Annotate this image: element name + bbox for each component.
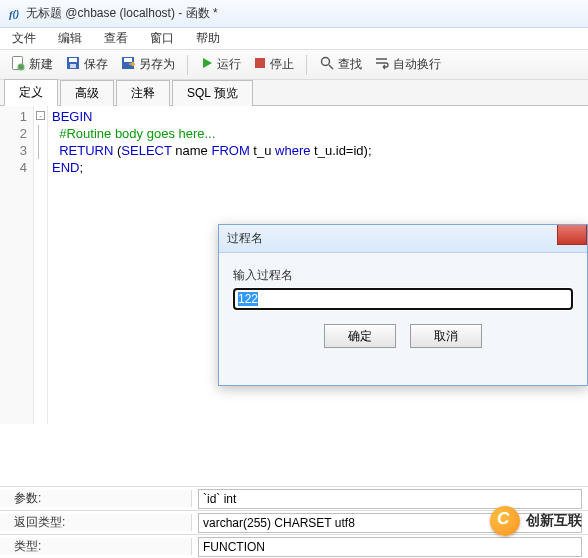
toolbar-separator <box>306 55 307 75</box>
saveas-button[interactable]: 另存为 <box>116 53 179 76</box>
save-icon <box>65 55 81 74</box>
new-icon <box>10 55 26 74</box>
app-icon: f() <box>6 6 22 22</box>
watermark: 创新互联 <box>490 506 582 536</box>
find-button[interactable]: 查找 <box>315 53 366 76</box>
wrap-icon <box>374 55 390 74</box>
window-title: 无标题 @chbase (localhost) - 函数 * <box>26 5 218 22</box>
procedure-name-dialog: 过程名 输入过程名 确定 取消 <box>218 224 588 386</box>
tab-strip: 定义 高级 注释 SQL 预览 <box>0 80 588 106</box>
params-label: 参数: <box>0 490 192 507</box>
title-bar: f() 无标题 @chbase (localhost) - 函数 * <box>0 0 588 28</box>
wrap-label: 自动换行 <box>393 56 441 73</box>
run-button[interactable]: 运行 <box>196 54 245 75</box>
svg-point-8 <box>322 58 330 66</box>
new-label: 新建 <box>29 56 53 73</box>
cancel-button[interactable]: 取消 <box>410 324 482 348</box>
find-label: 查找 <box>338 56 362 73</box>
close-icon[interactable] <box>557 225 587 245</box>
svg-rect-4 <box>70 64 76 68</box>
returntype-label: 返回类型: <box>0 514 192 531</box>
menu-file[interactable]: 文件 <box>12 30 36 47</box>
tab-sqlpreview[interactable]: SQL 预览 <box>172 80 253 106</box>
dialog-titlebar[interactable]: 过程名 <box>219 225 587 253</box>
toolbar-separator <box>187 55 188 75</box>
tab-definition[interactable]: 定义 <box>4 79 58 106</box>
watermark-badge-icon <box>490 506 520 536</box>
wrap-button[interactable]: 自动换行 <box>370 53 445 76</box>
run-label: 运行 <box>217 56 241 73</box>
stop-label: 停止 <box>270 56 294 73</box>
svg-rect-7 <box>255 58 265 68</box>
line-number: 2 <box>0 125 27 142</box>
procedure-name-input[interactable] <box>233 288 573 310</box>
stop-button[interactable]: 停止 <box>249 54 298 75</box>
line-gutter: 1 2 3 4 <box>0 106 34 424</box>
line-number: 4 <box>0 159 27 176</box>
line-number: 3 <box>0 142 27 159</box>
dialog-title: 过程名 <box>227 230 263 247</box>
tab-advanced[interactable]: 高级 <box>60 80 114 106</box>
search-icon <box>319 55 335 74</box>
watermark-text: 创新互联 <box>526 512 582 530</box>
new-button[interactable]: 新建 <box>6 53 57 76</box>
dialog-field-label: 输入过程名 <box>233 267 573 284</box>
toolbar: 新建 保存 另存为 运行 停止 查找 自动换行 <box>0 50 588 80</box>
line-number: 1 <box>0 108 27 125</box>
ok-button[interactable]: 确定 <box>324 324 396 348</box>
svg-rect-6 <box>124 58 132 62</box>
tab-comment[interactable]: 注释 <box>116 80 170 106</box>
menu-bar: 文件 编辑 查看 窗口 帮助 <box>0 28 588 50</box>
fold-toggle-icon[interactable]: - <box>36 111 45 120</box>
saveas-label: 另存为 <box>139 56 175 73</box>
menu-window[interactable]: 窗口 <box>150 30 174 47</box>
type-label: 类型: <box>0 538 192 555</box>
menu-view[interactable]: 查看 <box>104 30 128 47</box>
fold-gutter: - <box>34 106 48 424</box>
menu-edit[interactable]: 编辑 <box>58 30 82 47</box>
type-field[interactable] <box>198 537 582 557</box>
menu-help[interactable]: 帮助 <box>196 30 220 47</box>
play-icon <box>200 56 214 73</box>
save-button[interactable]: 保存 <box>61 53 112 76</box>
stop-icon <box>253 56 267 73</box>
saveas-icon <box>120 55 136 74</box>
save-label: 保存 <box>84 56 108 73</box>
svg-rect-3 <box>69 58 77 62</box>
